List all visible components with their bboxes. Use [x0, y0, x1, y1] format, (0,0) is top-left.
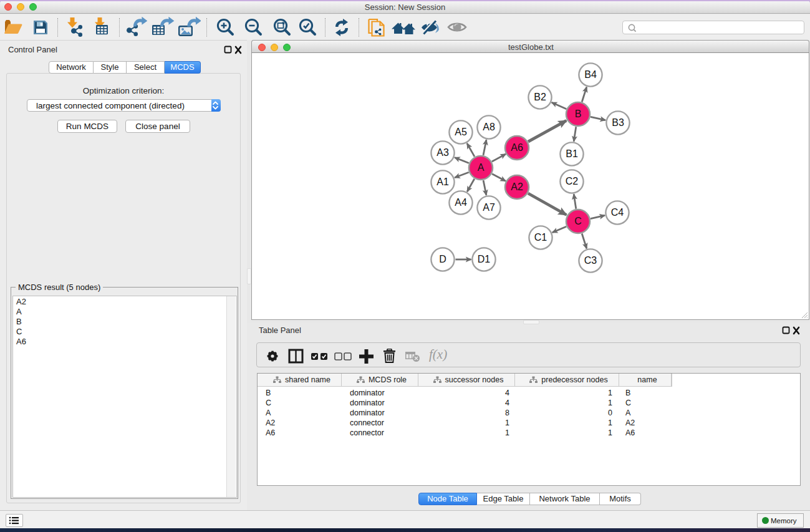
svg-text:A4: A4: [455, 197, 467, 208]
svg-text:C4: C4: [611, 207, 624, 218]
svg-text:A: A: [478, 162, 485, 173]
svg-text:A6: A6: [511, 142, 523, 153]
svg-text:A5: A5: [455, 127, 467, 137]
svg-text:A1: A1: [436, 177, 449, 187]
svg-text:B4: B4: [584, 69, 597, 80]
svg-text:A3: A3: [436, 147, 449, 158]
svg-text:B: B: [575, 109, 582, 119]
svg-text:C1: C1: [534, 232, 547, 243]
svg-text:C3: C3: [584, 255, 597, 266]
svg-text:A7: A7: [483, 202, 495, 213]
svg-text:A2: A2: [511, 181, 523, 192]
svg-text:B3: B3: [612, 117, 624, 128]
svg-text:B2: B2: [534, 92, 546, 102]
svg-text:D: D: [439, 254, 446, 264]
svg-text:A8: A8: [483, 122, 495, 132]
svg-text:C2: C2: [566, 176, 579, 186]
svg-text:D1: D1: [478, 254, 491, 264]
svg-text:C: C: [574, 216, 582, 226]
svg-text:B1: B1: [566, 148, 578, 159]
